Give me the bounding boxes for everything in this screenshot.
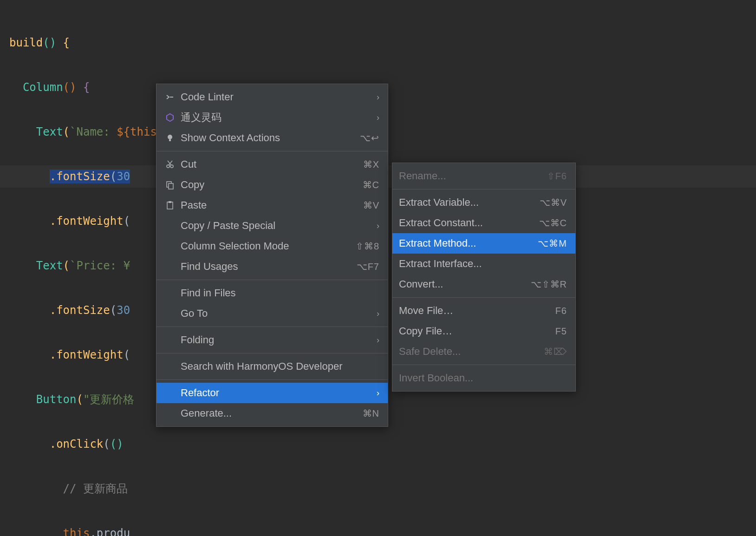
menu-separator bbox=[156, 353, 388, 353]
cut-icon bbox=[163, 160, 177, 169]
menu-separator bbox=[156, 379, 388, 380]
fn-name: build bbox=[9, 36, 43, 49]
menu-separator bbox=[392, 297, 575, 298]
type-text2: Text bbox=[36, 259, 63, 272]
tongyi-icon bbox=[163, 113, 177, 122]
svg-point-2 bbox=[167, 165, 169, 168]
menu-refactor[interactable]: Refactor › bbox=[156, 383, 388, 403]
copy-icon bbox=[163, 180, 177, 190]
svg-point-3 bbox=[170, 165, 173, 168]
menu-separator bbox=[156, 327, 388, 327]
chevron-right-icon: › bbox=[377, 221, 379, 231]
type-text: Text bbox=[36, 125, 63, 138]
menu-find-usages[interactable]: Find Usages ⌥F7 bbox=[156, 256, 388, 277]
type-column: Column bbox=[23, 81, 63, 94]
svg-rect-7 bbox=[169, 201, 171, 203]
comment: // 更新商品 bbox=[63, 482, 128, 495]
method-fontweight: .fontWeight bbox=[50, 215, 124, 228]
menu-folding[interactable]: Folding › bbox=[156, 330, 388, 350]
context-menu: Code Linter › 通义灵码 › Show Context Action… bbox=[156, 84, 388, 427]
submenu-rename: Rename... ⇧F6 bbox=[392, 166, 575, 186]
submenu-convert[interactable]: Convert... ⌥⇧⌘R bbox=[392, 274, 575, 294]
menu-tongyi[interactable]: 通义灵码 › bbox=[156, 107, 388, 128]
submenu-invert-boolean: Invert Boolean... bbox=[392, 368, 575, 388]
submenu-move-file[interactable]: Move File… F6 bbox=[392, 301, 575, 321]
svg-point-0 bbox=[168, 135, 172, 139]
refactor-submenu: Rename... ⇧F6 Extract Variable... ⌥⌘V Ex… bbox=[392, 163, 576, 392]
method-fontsize: .fontSize bbox=[50, 170, 110, 183]
menu-copy-paste-special[interactable]: Copy / Paste Special › bbox=[156, 216, 388, 236]
menu-generate[interactable]: Generate... ⌘N bbox=[156, 403, 388, 424]
menu-goto[interactable]: Go To › bbox=[156, 303, 388, 324]
menu-separator bbox=[156, 151, 388, 151]
svg-rect-1 bbox=[169, 139, 171, 141]
menu-code-linter[interactable]: Code Linter › bbox=[156, 87, 388, 107]
bulb-icon bbox=[163, 133, 177, 143]
method-onclick: .onClick bbox=[50, 438, 104, 451]
code-linter-icon bbox=[163, 92, 177, 102]
menu-column-selection[interactable]: Column Selection Mode ⇧⌘8 bbox=[156, 236, 388, 256]
chevron-right-icon: › bbox=[377, 388, 379, 398]
menu-paste[interactable]: Paste ⌘V bbox=[156, 195, 388, 216]
menu-separator bbox=[392, 189, 575, 190]
menu-separator bbox=[392, 365, 575, 365]
menu-cut[interactable]: Cut ⌘X bbox=[156, 154, 388, 175]
menu-separator bbox=[156, 280, 388, 280]
submenu-safe-delete: Safe Delete... ⌘⌦ bbox=[392, 341, 575, 362]
paste-icon bbox=[163, 201, 177, 210]
submenu-copy-file[interactable]: Copy File… F5 bbox=[392, 321, 575, 341]
menu-copy[interactable]: Copy ⌘C bbox=[156, 175, 388, 195]
chevron-right-icon: › bbox=[377, 113, 379, 123]
type-button: Button bbox=[36, 393, 77, 406]
submenu-extract-constant[interactable]: Extract Constant... ⌥⌘C bbox=[392, 213, 575, 233]
chevron-right-icon: › bbox=[377, 309, 379, 319]
menu-show-context-actions[interactable]: Show Context Actions ⌥↩ bbox=[156, 128, 388, 148]
svg-rect-5 bbox=[169, 183, 173, 189]
chevron-right-icon: › bbox=[377, 335, 379, 345]
submenu-extract-variable[interactable]: Extract Variable... ⌥⌘V bbox=[392, 192, 575, 213]
svg-rect-6 bbox=[167, 202, 173, 209]
submenu-extract-method[interactable]: Extract Method... ⌥⌘M bbox=[392, 233, 575, 254]
menu-search-harmonyos[interactable]: Search with HarmonyOS Developer bbox=[156, 356, 388, 377]
menu-find-in-files[interactable]: Find in Files bbox=[156, 283, 388, 303]
chevron-right-icon: › bbox=[377, 92, 379, 102]
submenu-extract-interface[interactable]: Extract Interface... bbox=[392, 254, 575, 274]
